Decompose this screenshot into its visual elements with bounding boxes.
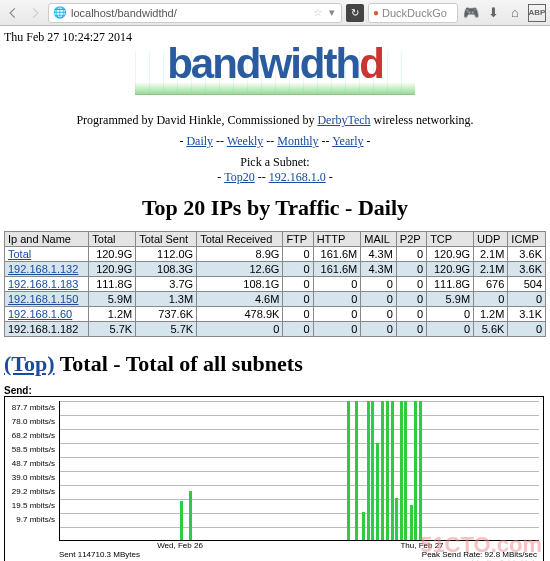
value-cell: 0 [283, 322, 313, 337]
ip-cell: Total [5, 247, 89, 262]
logo-part1: bandwidth [167, 40, 359, 87]
logo-part2: d [359, 40, 383, 87]
value-cell: 5.9M [89, 292, 136, 307]
value-cell: 0 [396, 247, 426, 262]
chart-bar [180, 501, 183, 540]
value-cell: 0 [361, 277, 397, 292]
top20-link[interactable]: Top20 [224, 170, 255, 184]
ip-cell: 192.168.1.60 [5, 307, 89, 322]
value-cell: 478.9K [197, 307, 283, 322]
value-cell: 0 [283, 307, 313, 322]
ip-cell: 192.168.1.150 [5, 292, 89, 307]
value-cell: 111.8G [89, 277, 136, 292]
search-engine-bar[interactable]: ● DuckDuckGo [368, 3, 458, 23]
ip-link[interactable]: 192.168.1.150 [8, 293, 78, 305]
value-cell: 0 [396, 307, 426, 322]
joystick-icon[interactable]: 🎮 [462, 4, 480, 22]
forward-icon [26, 4, 44, 22]
url-bar[interactable]: 🌐 localhost/bandwidthd/ ☆ ▾ [48, 3, 342, 23]
home-icon[interactable]: ⌂ [506, 4, 524, 22]
subnet-link[interactable]: 192.168.1.0 [269, 170, 326, 184]
value-cell: 5.9M [427, 292, 474, 307]
ip-link[interactable]: 192.168.1.132 [8, 263, 78, 275]
value-cell: 737.6K [136, 307, 197, 322]
chart-bar [376, 443, 379, 540]
subnet-picker: Pick a Subnet: - Top20 -- 192.168.1.0 - [4, 155, 546, 185]
xtick-0: Wed, Feb 26 [59, 541, 301, 550]
chart-title: Send: [4, 385, 546, 396]
page-content: Thu Feb 27 10:24:27 2014 bandwidthd Prog… [0, 26, 550, 561]
value-cell: 0 [508, 292, 546, 307]
y-axis-labels: 87.7 mbits/s78.0 mbits/s68.2 mbits/s58.5… [5, 401, 57, 527]
column-header: ICMP [508, 232, 546, 247]
bookmark-star-icon[interactable]: ☆ [313, 6, 327, 20]
logo-text: bandwidthd [4, 43, 546, 85]
column-header: UDP [474, 232, 508, 247]
value-cell: 108.1G [197, 277, 283, 292]
ip-link[interactable]: 192.168.1.183 [8, 278, 78, 290]
chart-bar [386, 401, 389, 540]
search-placeholder: DuckDuckGo [379, 7, 447, 19]
value-cell: 0 [313, 277, 361, 292]
value-cell: 1.2M [474, 307, 508, 322]
chart-bar [362, 512, 365, 540]
chart-bar [419, 401, 422, 540]
chart-bar [400, 401, 403, 540]
value-cell: 120.9G [427, 247, 474, 262]
logo: bandwidthd [4, 51, 546, 137]
ip-link[interactable]: Total [8, 248, 31, 260]
ip-cell: 192.168.1.132 [5, 262, 89, 277]
value-cell: 1.2M [89, 307, 136, 322]
value-cell: 0 [396, 277, 426, 292]
value-cell: 0 [197, 322, 283, 337]
chart-plot-area [59, 401, 539, 541]
value-cell: 0 [396, 292, 426, 307]
chart-bar [367, 401, 370, 540]
ytick: 19.5 mbits/s [5, 499, 57, 513]
value-cell: 0 [283, 277, 313, 292]
chart-bar [414, 401, 417, 540]
top-anchor-link[interactable]: (Top) [4, 351, 55, 376]
chart-bar [381, 401, 384, 540]
adblock-icon[interactable]: ABP [528, 4, 546, 22]
value-cell: 0 [313, 322, 361, 337]
watermark-line1: 51CTO.com [420, 532, 542, 558]
column-header: P2P [396, 232, 426, 247]
value-cell: 676 [474, 277, 508, 292]
value-cell: 1.3M [136, 292, 197, 307]
value-cell: 0 [508, 322, 546, 337]
dropdown-icon[interactable]: ▾ [327, 6, 337, 19]
column-header: Total Sent [136, 232, 197, 247]
value-cell: 3.6K [508, 262, 546, 277]
value-cell: 0 [396, 322, 426, 337]
value-cell: 8.9G [197, 247, 283, 262]
browser-toolbar: 🌐 localhost/bandwidthd/ ☆ ▾ ↻ ● DuckDuck… [0, 0, 550, 26]
ytick: 29.2 mbits/s [5, 485, 57, 499]
footer-left: Sent 114710.3 MBytes [59, 550, 140, 559]
value-cell: 2.1M [474, 247, 508, 262]
value-cell: 120.9G [89, 262, 136, 277]
value-cell: 0 [361, 322, 397, 337]
reload-button[interactable]: ↻ [346, 4, 364, 22]
traffic-table: Ip and NameTotalTotal SentTotal Received… [4, 231, 546, 337]
chart-bar [189, 491, 192, 540]
value-cell: 12.6G [197, 262, 283, 277]
table-row: 192.168.1.183111.8G3.7G108.1G0000111.8G6… [5, 277, 546, 292]
column-header: TCP [427, 232, 474, 247]
ip-link[interactable]: 192.168.1.60 [8, 308, 72, 320]
value-cell: 0 [283, 292, 313, 307]
value-cell: 4.6M [197, 292, 283, 307]
chart-bars [60, 401, 539, 540]
value-cell: 120.9G [427, 262, 474, 277]
table-row: 192.168.1.132120.9G108.3G12.6G0161.6M4.3… [5, 262, 546, 277]
download-icon[interactable]: ⬇ [484, 4, 502, 22]
table-row: 192.168.1.601.2M737.6K478.9K000001.2M3.1… [5, 307, 546, 322]
chart-bar [391, 401, 394, 540]
value-cell: 0 [313, 292, 361, 307]
column-header: FTP [283, 232, 313, 247]
column-header: MAIL [361, 232, 397, 247]
watermark: 51CTO.com 技术成就梦想 [420, 532, 542, 561]
section-title: (Top) Total - Total of all subnets [4, 351, 546, 377]
back-icon[interactable] [4, 4, 22, 22]
ip-cell: 192.168.1.183 [5, 277, 89, 292]
